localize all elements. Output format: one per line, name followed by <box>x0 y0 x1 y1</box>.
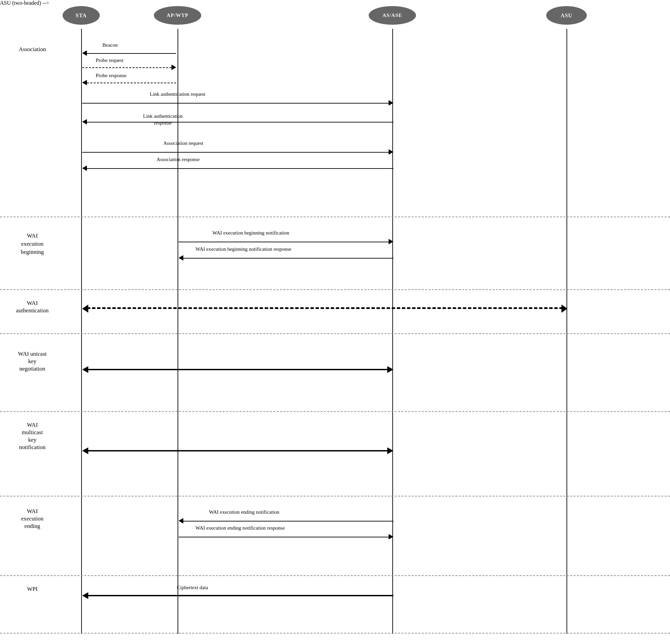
divider-1 <box>0 216 670 217</box>
entity-sta-label: STA <box>76 13 87 18</box>
msg-wai-unicast <box>82 366 393 373</box>
section-wai-ending: WAIexecutionending <box>6 508 58 530</box>
ciphertext-label: Ciphertext data <box>177 585 208 591</box>
wai-end-notif-label: WAI execution ending notification <box>209 509 279 515</box>
entity-as: AS/ASE <box>368 6 416 25</box>
section-wai-auth: WAIauthentication <box>6 300 58 314</box>
msg-assoc-req: Association request <box>82 147 393 155</box>
section-association: Association <box>6 46 58 53</box>
entity-as-label: AS/ASE <box>383 13 402 18</box>
msg-wai-auth <box>82 305 567 313</box>
msg-wai-multicast <box>82 447 393 455</box>
divider-6 <box>0 575 670 576</box>
divider-2 <box>0 289 670 290</box>
msg-wai-end-notif: WAI execution ending notification <box>178 516 393 524</box>
section-wai-unicast: WAI unicastkeynegotiation <box>6 350 58 372</box>
wai-exec-begin-notif-label: WAI execution beginning notification <box>212 230 289 236</box>
probe-req-label: Probe request <box>96 57 123 63</box>
msg-probe-resp: Probe response <box>82 79 176 87</box>
link-auth-resp-label: Link authenticationresponse <box>143 113 183 126</box>
wai-end-resp-label: WAI execution ending notification respon… <box>196 525 285 531</box>
msg-link-auth-resp: Link authenticationresponse <box>82 114 393 128</box>
divider-7 <box>0 633 670 633</box>
diagram: STA AP/WTP AS/ASE ASU Association WAIexe… <box>0 0 670 644</box>
assoc-resp-label: Association response <box>157 157 200 162</box>
entity-ap-label: AP/WTP <box>167 13 188 18</box>
entity-sta: STA <box>63 6 100 25</box>
lifeline-sta <box>81 29 82 634</box>
entity-asu-label: ASU <box>560 13 572 18</box>
divider-4 <box>0 411 670 412</box>
link-auth-req-label: Link authentication request <box>150 91 205 97</box>
msg-probe-req: Probe request <box>82 64 176 72</box>
entity-asu: ASU <box>546 6 587 25</box>
assoc-req-label: Association request <box>163 141 203 146</box>
msg-assoc-resp: Association response <box>82 163 393 172</box>
msg-link-auth-req: Link authentication request <box>82 98 393 106</box>
msg-wai-exec-begin-notif: WAI execution beginning notification <box>178 237 393 245</box>
msg-ciphertext: Ciphertext data <box>82 592 393 600</box>
section-wpi: WPI <box>6 586 58 593</box>
msg-wai-exec-begin-resp: WAI execution beginning notification res… <box>178 253 393 261</box>
probe-resp-label: Probe response <box>96 73 126 79</box>
msg-beacon: Beacon <box>82 48 176 56</box>
divider-3 <box>0 333 670 334</box>
msg-wai-end-resp: WAI execution ending notification respon… <box>178 532 393 540</box>
divider-5 <box>0 496 670 497</box>
entity-ap: AP/WTP <box>154 6 201 25</box>
section-wai-multicast: WAImulticastkeynotification <box>6 421 58 451</box>
section-wai-beginning: WAIexecutionbeginning <box>6 232 58 256</box>
lifeline-asu <box>566 29 567 634</box>
beacon-label: Beacon <box>103 42 118 48</box>
wai-exec-begin-resp-label: WAI execution beginning notification res… <box>196 246 291 252</box>
